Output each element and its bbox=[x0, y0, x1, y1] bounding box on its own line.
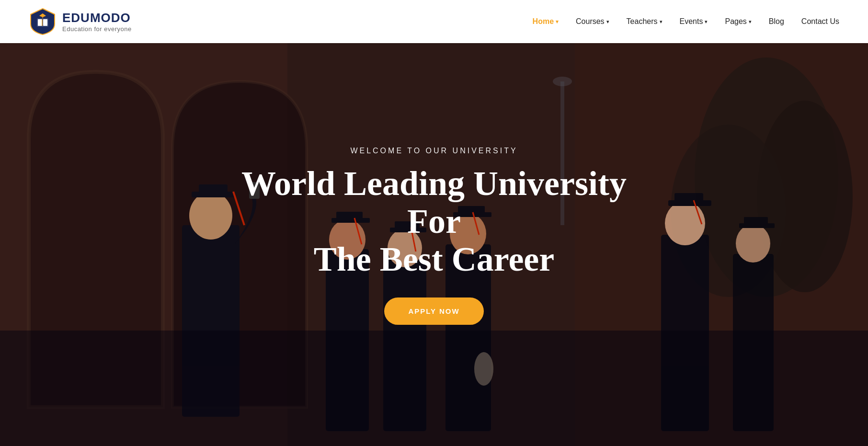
svg-rect-46 bbox=[744, 217, 768, 224]
hero-title-line2: The Best Career bbox=[314, 240, 555, 278]
nav-link-teachers[interactable]: Teachers ▾ bbox=[627, 17, 662, 26]
nav-item-blog[interactable]: Blog bbox=[769, 17, 784, 26]
nav-item-contact[interactable]: Contact Us bbox=[801, 17, 839, 26]
hero-title-line1: World Leading University For bbox=[241, 164, 627, 240]
nav-link-home[interactable]: Home ▾ bbox=[533, 17, 559, 26]
nav-item-teachers[interactable]: Teachers ▾ bbox=[627, 17, 662, 26]
svg-rect-47 bbox=[0, 331, 868, 446]
chevron-down-icon: ▾ bbox=[749, 19, 752, 25]
logo[interactable]: EDUMODO Education for everyone bbox=[29, 8, 132, 35]
hero-subtitle: WELCOME TO OUR UNIVERSITY bbox=[218, 147, 650, 155]
svg-rect-5 bbox=[43, 16, 43, 18]
svg-rect-41 bbox=[674, 193, 703, 202]
nav-item-home[interactable]: Home ▾ bbox=[533, 17, 559, 26]
brand-name: EDUMODO bbox=[62, 11, 132, 25]
hero-content: WELCOME TO OUR UNIVERSITY World Leading … bbox=[218, 147, 650, 325]
hero-section: WELCOME TO OUR UNIVERSITY World Leading … bbox=[0, 43, 868, 446]
brand-tagline: Education for everyone bbox=[62, 25, 132, 33]
nav-link-contact[interactable]: Contact Us bbox=[801, 17, 839, 26]
navbar: EDUMODO Education for everyone Home ▾ Co… bbox=[0, 0, 868, 43]
nav-links: Home ▾ Courses ▾ Teachers ▾ Events ▾ Pag bbox=[533, 17, 839, 26]
nav-link-pages[interactable]: Pages ▾ bbox=[725, 17, 751, 26]
logo-icon bbox=[29, 8, 57, 35]
nav-link-blog[interactable]: Blog bbox=[769, 17, 784, 26]
chevron-down-icon: ▾ bbox=[705, 19, 708, 25]
svg-point-44 bbox=[736, 224, 770, 263]
nav-item-courses[interactable]: Courses ▾ bbox=[576, 17, 609, 26]
nav-link-events[interactable]: Events ▾ bbox=[680, 17, 708, 26]
svg-point-39 bbox=[665, 201, 705, 245]
chevron-down-icon: ▾ bbox=[606, 19, 609, 25]
svg-rect-2 bbox=[43, 19, 47, 26]
nav-item-pages[interactable]: Pages ▾ bbox=[725, 17, 751, 26]
svg-rect-1 bbox=[38, 19, 42, 26]
hero-title: World Leading University For The Best Ca… bbox=[218, 165, 650, 279]
chevron-down-icon: ▾ bbox=[660, 19, 662, 25]
nav-link-courses[interactable]: Courses ▾ bbox=[576, 17, 609, 26]
chevron-down-icon: ▾ bbox=[556, 19, 559, 25]
logo-text: EDUMODO Education for everyone bbox=[62, 11, 132, 33]
apply-now-button[interactable]: APPLY NOW bbox=[384, 297, 483, 325]
nav-item-events[interactable]: Events ▾ bbox=[680, 17, 708, 26]
